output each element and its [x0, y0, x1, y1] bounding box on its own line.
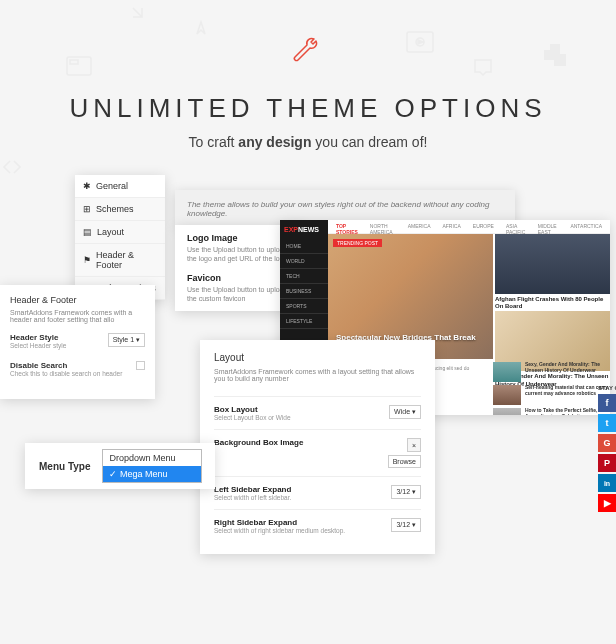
- left-sidebar-sub: Select width of left sidebar.: [214, 494, 391, 501]
- trending-tag: TRENDING POST: [333, 239, 382, 247]
- logo-image-desc: Use the Upload button to upload the logo…: [187, 245, 293, 263]
- dropdown-option-selected[interactable]: Mega Menu: [103, 466, 201, 482]
- bg-image-label: Background Box Image: [214, 438, 388, 447]
- layout-title: Layout: [214, 352, 421, 363]
- header-style-select[interactable]: Style 1 ▾: [108, 333, 145, 347]
- wrench-icon: [290, 35, 326, 75]
- favicon-title: Favicon: [187, 273, 293, 283]
- linkedin-button[interactable]: in: [598, 474, 616, 492]
- preview-nav-item: SPORTS: [280, 299, 328, 314]
- box-layout-label: Box Layout: [214, 405, 389, 414]
- layout-desc: SmartAddons Framework comes with a layou…: [214, 368, 421, 382]
- theme-description: The theme allows to build your own style…: [187, 200, 503, 218]
- logo-image-title: Logo Image: [187, 233, 293, 243]
- header-style-label: Header Style: [10, 333, 66, 342]
- twitter-button[interactable]: t: [598, 414, 616, 432]
- google-button[interactable]: G: [598, 434, 616, 452]
- box-layout-select[interactable]: Wide ▾: [389, 405, 421, 419]
- layout-panel: Layout SmartAddons Framework comes with …: [200, 340, 435, 554]
- menu-type-dropdown[interactable]: Dropdown Menu Mega Menu: [102, 449, 202, 483]
- page-title: UNLIMITED THEME OPTIONS: [0, 93, 616, 124]
- sidebar-label: Schemes: [96, 204, 134, 214]
- preview-caption: Afghan Flight Crashes With 80 People On …: [495, 296, 610, 310]
- preview-nav-item: HOME: [280, 239, 328, 254]
- disable-search-sub: Check this to disable search on header: [10, 370, 122, 377]
- gear-icon: ✱: [83, 181, 91, 191]
- sidebar-item-general[interactable]: ✱ General: [75, 175, 165, 198]
- preview-nav-item: TECH: [280, 269, 328, 284]
- sidebar-label: General: [96, 181, 128, 191]
- menu-type-panel: Menu Type Dropdown Menu Mega Menu: [25, 443, 215, 489]
- preview-nav-item: LIFESTYLE: [280, 314, 328, 329]
- dropdown-option[interactable]: Dropdown Menu: [103, 450, 201, 466]
- hf-title: Header & Footer: [10, 295, 145, 305]
- menu-type-label: Menu Type: [31, 461, 90, 472]
- bg-image-clear-button[interactable]: ×: [407, 438, 421, 452]
- sidebar-label: Layout: [97, 227, 124, 237]
- left-sidebar-label: Left Sidebar Expand: [214, 485, 391, 494]
- box-layout-sub: Select Layout Box or Wide: [214, 414, 389, 421]
- stay-connected-label: STAY CON: [598, 385, 616, 391]
- right-sidebar-select[interactable]: 3/12 ▾: [391, 518, 421, 532]
- preview-logo: EXPNEWS: [280, 220, 328, 239]
- youtube-button[interactable]: ▶: [598, 494, 616, 512]
- pinterest-button[interactable]: P: [598, 454, 616, 472]
- flag-icon: ⚑: [83, 255, 91, 265]
- preview-nav-item: WORLD: [280, 254, 328, 269]
- page-subtitle: To craft any design you can dream of!: [0, 134, 616, 150]
- right-sidebar-sub: Select width of right sidebar medium des…: [214, 527, 391, 534]
- header-footer-panel: Header & Footer SmartAddons Framework co…: [0, 285, 155, 399]
- hf-desc: SmartAddons Framework comes with a heade…: [10, 309, 145, 323]
- left-sidebar-select[interactable]: 3/12 ▾: [391, 485, 421, 499]
- mini-title: Sexy, Gender And Morality: The Unseen Hi…: [525, 362, 610, 373]
- preview-topbar: TOP STORIES NORTH AMERICA AMERICA AFRICA…: [328, 220, 610, 234]
- header-style-sub: Select Header style: [10, 342, 66, 349]
- sidebar-label: Header & Footer: [96, 250, 157, 270]
- layout-icon: ▤: [83, 227, 92, 237]
- bg-image-browse-button[interactable]: Browse: [388, 455, 421, 468]
- settings-sidebar: ✱ General ⊞ Schemes ▤ Layout ⚑ Header & …: [75, 175, 165, 300]
- disable-search-checkbox[interactable]: [136, 361, 145, 370]
- disable-search-label: Disable Search: [10, 361, 122, 370]
- sidebar-item-schemes[interactable]: ⊞ Schemes: [75, 198, 165, 221]
- preview-thumb: [495, 234, 610, 294]
- sidebar-item-header-footer[interactable]: ⚑ Header & Footer: [75, 244, 165, 277]
- grid-icon: ⊞: [83, 204, 91, 214]
- right-sidebar-label: Right Sidebar Expand: [214, 518, 391, 527]
- preview-nav-item: BUSINESS: [280, 284, 328, 299]
- favicon-desc: Use the Upload button to upload the cust…: [187, 285, 293, 303]
- social-sidebar: STAY CON f t G P in ▶: [598, 385, 616, 514]
- sidebar-item-layout[interactable]: ▤ Layout: [75, 221, 165, 244]
- facebook-button[interactable]: f: [598, 394, 616, 412]
